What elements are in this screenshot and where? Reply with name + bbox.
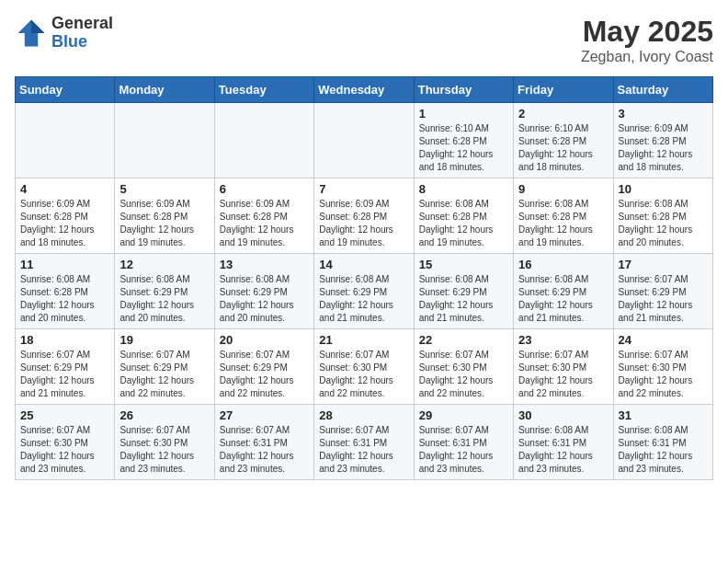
day-info: Sunrise: 6:08 AM Sunset: 6:29 PM Dayligh… xyxy=(220,273,309,325)
day-cell: 5Sunrise: 6:09 AM Sunset: 6:28 PM Daylig… xyxy=(115,178,214,254)
week-row-3: 11Sunrise: 6:08 AM Sunset: 6:28 PM Dayli… xyxy=(16,254,713,329)
day-cell xyxy=(16,103,115,178)
day-cell: 21Sunrise: 6:07 AM Sunset: 6:30 PM Dayli… xyxy=(314,329,414,405)
day-number: 16 xyxy=(518,258,608,271)
day-number: 13 xyxy=(220,258,309,271)
day-cell: 29Sunrise: 6:07 AM Sunset: 6:31 PM Dayli… xyxy=(414,405,513,480)
header-row: SundayMondayTuesdayWednesdayThursdayFrid… xyxy=(16,77,713,103)
header-day-wednesday: Wednesday xyxy=(314,77,414,103)
day-cell: 22Sunrise: 6:07 AM Sunset: 6:30 PM Dayli… xyxy=(414,329,513,405)
day-info: Sunrise: 6:07 AM Sunset: 6:29 PM Dayligh… xyxy=(119,349,209,400)
header-day-sunday: Sunday xyxy=(16,77,115,103)
day-number: 5 xyxy=(119,182,209,196)
day-cell: 24Sunrise: 6:07 AM Sunset: 6:30 PM Dayli… xyxy=(613,329,712,405)
day-cell: 18Sunrise: 6:07 AM Sunset: 6:29 PM Dayli… xyxy=(16,329,115,405)
day-info: Sunrise: 6:09 AM Sunset: 6:28 PM Dayligh… xyxy=(319,198,408,249)
day-number: 6 xyxy=(220,182,309,196)
day-cell xyxy=(115,103,214,178)
month-title: May 2025 xyxy=(581,15,713,49)
day-number: 1 xyxy=(419,107,508,121)
header-day-friday: Friday xyxy=(514,77,613,103)
day-number: 15 xyxy=(419,258,508,271)
day-info: Sunrise: 6:08 AM Sunset: 6:31 PM Dayligh… xyxy=(518,424,608,476)
day-info: Sunrise: 6:07 AM Sunset: 6:31 PM Dayligh… xyxy=(220,424,309,476)
day-info: Sunrise: 6:09 AM Sunset: 6:28 PM Dayligh… xyxy=(619,122,708,174)
day-info: Sunrise: 6:08 AM Sunset: 6:28 PM Dayligh… xyxy=(619,198,708,249)
day-number: 28 xyxy=(319,408,408,422)
day-info: Sunrise: 6:09 AM Sunset: 6:28 PM Dayligh… xyxy=(20,198,109,249)
logo: General Blue xyxy=(15,15,113,52)
day-cell: 26Sunrise: 6:07 AM Sunset: 6:30 PM Dayli… xyxy=(115,405,214,480)
day-info: Sunrise: 6:07 AM Sunset: 6:30 PM Dayligh… xyxy=(419,349,508,400)
day-cell: 8Sunrise: 6:08 AM Sunset: 6:28 PM Daylig… xyxy=(414,178,513,254)
header-day-saturday: Saturday xyxy=(613,77,712,103)
day-info: Sunrise: 6:08 AM Sunset: 6:29 PM Dayligh… xyxy=(119,273,209,325)
logo-general: General xyxy=(51,15,113,33)
week-row-1: 1Sunrise: 6:10 AM Sunset: 6:28 PM Daylig… xyxy=(16,103,713,178)
day-info: Sunrise: 6:07 AM Sunset: 6:31 PM Dayligh… xyxy=(419,424,508,476)
day-info: Sunrise: 6:07 AM Sunset: 6:30 PM Dayligh… xyxy=(119,424,209,476)
day-number: 20 xyxy=(220,333,309,347)
day-cell: 19Sunrise: 6:07 AM Sunset: 6:29 PM Dayli… xyxy=(115,329,214,405)
day-info: Sunrise: 6:09 AM Sunset: 6:28 PM Dayligh… xyxy=(220,198,309,249)
day-info: Sunrise: 6:07 AM Sunset: 6:29 PM Dayligh… xyxy=(20,349,109,400)
logo-icon xyxy=(15,17,48,50)
day-cell: 25Sunrise: 6:07 AM Sunset: 6:30 PM Dayli… xyxy=(16,405,115,480)
page-header: General Blue May 2025 Zegban, Ivory Coas… xyxy=(15,15,713,65)
day-cell: 1Sunrise: 6:10 AM Sunset: 6:28 PM Daylig… xyxy=(414,103,513,178)
day-number: 2 xyxy=(518,107,608,121)
day-number: 19 xyxy=(119,333,209,347)
day-cell: 23Sunrise: 6:07 AM Sunset: 6:30 PM Dayli… xyxy=(514,329,613,405)
day-info: Sunrise: 6:08 AM Sunset: 6:28 PM Dayligh… xyxy=(518,198,608,249)
day-number: 17 xyxy=(619,258,708,271)
day-cell: 9Sunrise: 6:08 AM Sunset: 6:28 PM Daylig… xyxy=(514,178,613,254)
day-cell: 27Sunrise: 6:07 AM Sunset: 6:31 PM Dayli… xyxy=(214,405,313,480)
day-number: 23 xyxy=(518,333,608,347)
day-cell xyxy=(214,103,313,178)
day-cell: 30Sunrise: 6:08 AM Sunset: 6:31 PM Dayli… xyxy=(514,405,613,480)
day-number: 4 xyxy=(20,182,109,196)
day-number: 30 xyxy=(518,408,608,422)
day-number: 24 xyxy=(619,333,708,347)
day-number: 26 xyxy=(119,408,209,422)
day-number: 29 xyxy=(419,408,508,422)
day-cell: 17Sunrise: 6:07 AM Sunset: 6:29 PM Dayli… xyxy=(613,254,712,329)
day-info: Sunrise: 6:08 AM Sunset: 6:29 PM Dayligh… xyxy=(518,273,608,325)
day-cell: 2Sunrise: 6:10 AM Sunset: 6:28 PM Daylig… xyxy=(514,103,613,178)
day-number: 11 xyxy=(20,258,109,271)
title-block: May 2025 Zegban, Ivory Coast xyxy=(581,15,713,65)
week-row-2: 4Sunrise: 6:09 AM Sunset: 6:28 PM Daylig… xyxy=(16,178,713,254)
day-info: Sunrise: 6:09 AM Sunset: 6:28 PM Dayligh… xyxy=(119,198,209,249)
day-number: 3 xyxy=(619,107,708,121)
header-day-tuesday: Tuesday xyxy=(214,77,313,103)
day-cell xyxy=(314,103,414,178)
logo-blue: Blue xyxy=(51,33,113,52)
week-row-5: 25Sunrise: 6:07 AM Sunset: 6:30 PM Dayli… xyxy=(16,405,713,480)
calendar-body: 1Sunrise: 6:10 AM Sunset: 6:28 PM Daylig… xyxy=(16,103,713,480)
day-info: Sunrise: 6:07 AM Sunset: 6:30 PM Dayligh… xyxy=(319,349,408,400)
day-info: Sunrise: 6:08 AM Sunset: 6:28 PM Dayligh… xyxy=(419,198,508,249)
header-day-thursday: Thursday xyxy=(414,77,513,103)
day-info: Sunrise: 6:07 AM Sunset: 6:30 PM Dayligh… xyxy=(518,349,608,400)
calendar-header: SundayMondayTuesdayWednesdayThursdayFrid… xyxy=(16,77,713,103)
day-cell: 16Sunrise: 6:08 AM Sunset: 6:29 PM Dayli… xyxy=(514,254,613,329)
day-info: Sunrise: 6:07 AM Sunset: 6:29 PM Dayligh… xyxy=(619,273,708,325)
day-cell: 31Sunrise: 6:08 AM Sunset: 6:31 PM Dayli… xyxy=(613,405,712,480)
day-number: 12 xyxy=(119,258,209,271)
day-cell: 10Sunrise: 6:08 AM Sunset: 6:28 PM Dayli… xyxy=(613,178,712,254)
day-cell: 14Sunrise: 6:08 AM Sunset: 6:29 PM Dayli… xyxy=(314,254,414,329)
day-info: Sunrise: 6:10 AM Sunset: 6:28 PM Dayligh… xyxy=(419,122,508,174)
day-number: 14 xyxy=(319,258,408,271)
day-number: 18 xyxy=(20,333,109,347)
day-info: Sunrise: 6:07 AM Sunset: 6:29 PM Dayligh… xyxy=(220,349,309,400)
day-cell: 15Sunrise: 6:08 AM Sunset: 6:29 PM Dayli… xyxy=(414,254,513,329)
svg-marker-1 xyxy=(31,19,44,32)
day-cell: 13Sunrise: 6:08 AM Sunset: 6:29 PM Dayli… xyxy=(214,254,313,329)
logo-text: General Blue xyxy=(51,15,113,52)
day-info: Sunrise: 6:08 AM Sunset: 6:29 PM Dayligh… xyxy=(319,273,408,325)
day-cell: 6Sunrise: 6:09 AM Sunset: 6:28 PM Daylig… xyxy=(214,178,313,254)
day-number: 10 xyxy=(619,182,708,196)
location-title: Zegban, Ivory Coast xyxy=(581,49,713,65)
day-cell: 4Sunrise: 6:09 AM Sunset: 6:28 PM Daylig… xyxy=(16,178,115,254)
day-number: 25 xyxy=(20,408,109,422)
